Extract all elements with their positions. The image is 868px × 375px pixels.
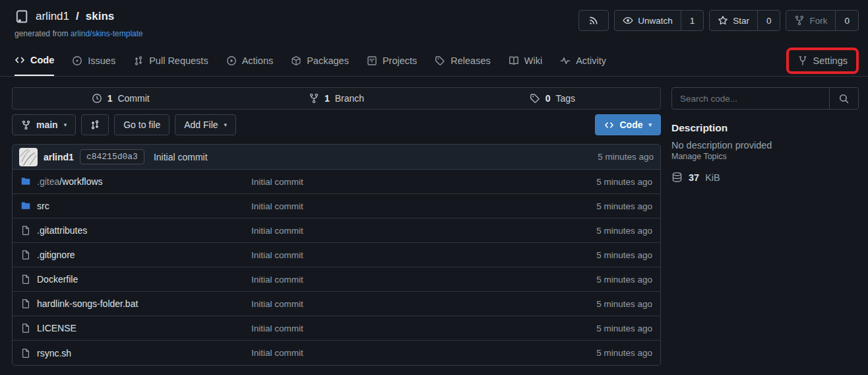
avatar[interactable]: [19, 148, 38, 166]
tab-activity[interactable]: Activity: [560, 45, 606, 76]
file-link[interactable]: .gitattributes: [37, 225, 87, 236]
repo-name-link[interactable]: skins: [86, 10, 114, 23]
folder-icon: [20, 201, 31, 211]
tab-code[interactable]: Code: [15, 45, 54, 76]
file-link[interactable]: hardlink-songs-folder.bat: [37, 298, 138, 309]
description-heading: Description: [671, 122, 859, 134]
branch-icon: [21, 120, 31, 130]
template-repo-link[interactable]: arlind/skins-template: [71, 29, 143, 38]
commit-author-link[interactable]: arlind1: [44, 152, 74, 162]
history-icon: [92, 93, 102, 104]
branches-label: Branch: [335, 93, 364, 104]
file-link[interactable]: Dockerfile: [37, 274, 78, 285]
watch-count[interactable]: 1: [681, 11, 704, 30]
rss-button[interactable]: [578, 10, 609, 31]
generated-from-label: generated from: [15, 29, 68, 38]
branches-stat[interactable]: 1 Branch: [228, 93, 444, 104]
file-link[interactable]: rsync.sh: [37, 348, 71, 358]
file-link[interactable]: .gitea/workflows: [37, 176, 103, 187]
code-download-button[interactable]: Code ▾: [595, 114, 661, 135]
file-link[interactable]: src: [37, 201, 49, 211]
repo-owner-link[interactable]: arlind1: [36, 10, 69, 23]
code-search-box: [671, 87, 859, 110]
fork-button-group: Fork 0: [786, 10, 859, 31]
generated-from: generated from arlind/skins-template: [15, 29, 143, 38]
file-commit-message[interactable]: Initial commit: [251, 324, 596, 333]
actions-icon: [226, 55, 237, 66]
file-name: hardlink-songs-folder.bat: [37, 298, 138, 309]
repo-action-buttons: Unwatch 1 Star 0 Fork 0: [578, 10, 859, 31]
package-icon: [291, 55, 301, 66]
search-input[interactable]: [672, 88, 829, 109]
go-to-file-button[interactable]: Go to file: [114, 114, 170, 135]
file-toolbar: main ▾ Go to file Add File ▾ Code ▾: [12, 114, 661, 135]
search-icon: [838, 93, 850, 104]
file-commit-time: 5 minutes ago: [596, 348, 652, 358]
file-commit-message[interactable]: Initial commit: [251, 299, 596, 309]
tab-projects[interactable]: Projects: [367, 45, 417, 76]
tab-actions[interactable]: Actions: [226, 45, 274, 76]
caret-down-icon: ▾: [64, 121, 67, 128]
file-commit-time: 5 minutes ago: [596, 201, 652, 211]
fork-button[interactable]: Fork: [786, 11, 835, 30]
tab-issues[interactable]: Issues: [72, 45, 115, 76]
file-commit-message[interactable]: Initial commit: [251, 348, 596, 358]
tab-packages[interactable]: Packages: [291, 45, 349, 76]
star-button[interactable]: Star: [710, 11, 757, 30]
code-icon: [15, 55, 25, 65]
repo-title: arlind1 / skins: [15, 9, 143, 24]
unwatch-button[interactable]: Unwatch: [615, 11, 681, 30]
file-row: .gitignore Initial commit 5 minutes ago: [13, 243, 660, 267]
fork-label: Fork: [809, 16, 827, 26]
repo-size: 37 KiB: [671, 172, 859, 183]
file-commit-message[interactable]: Initial commit: [251, 250, 596, 260]
file-link[interactable]: LICENSE: [37, 323, 77, 333]
file-icon: [20, 250, 31, 260]
commit-message-link[interactable]: Initial commit: [154, 152, 208, 162]
wiki-icon: [509, 55, 519, 66]
add-file-button[interactable]: Add File ▾: [175, 114, 236, 135]
file-commit-time: 5 minutes ago: [596, 324, 652, 333]
file-name: src: [37, 201, 49, 211]
add-file-label: Add File: [184, 119, 218, 130]
file-commit-time: 5 minutes ago: [596, 275, 652, 285]
repo-stats-bar: 1 Commit 1 Branch 0 Tags: [12, 87, 661, 110]
file-commit-message[interactable]: Initial commit: [251, 177, 596, 187]
tab-wiki[interactable]: Wiki: [509, 45, 542, 76]
activity-icon: [560, 55, 571, 66]
tab-pull-requests[interactable]: Pull Requests: [133, 45, 208, 76]
file-row: rsync.sh Initial commit 5 minutes ago: [13, 341, 660, 365]
tab-releases[interactable]: Releases: [435, 45, 490, 76]
projects-icon: [367, 55, 377, 66]
commits-label: Commit: [117, 93, 149, 104]
go-to-file-label: Go to file: [123, 119, 160, 130]
code-icon: [604, 120, 614, 130]
file-commit-message[interactable]: Initial commit: [251, 201, 596, 211]
commits-stat[interactable]: 1 Commit: [13, 93, 228, 104]
fork-icon: [794, 15, 805, 26]
file-icon: [20, 274, 31, 285]
compare-button[interactable]: [81, 114, 109, 135]
main-content: 1 Commit 1 Branch 0 Tags main ▾: [0, 77, 868, 366]
file-name: /workflows: [59, 176, 102, 187]
file-commit-message[interactable]: Initial commit: [251, 275, 596, 285]
file-commit-time: 5 minutes ago: [596, 250, 652, 260]
file-icon: [20, 298, 31, 309]
manage-topics-link[interactable]: Manage Topics: [671, 152, 727, 161]
star-count[interactable]: 0: [757, 11, 780, 30]
file-commit-message[interactable]: Initial commit: [251, 226, 596, 236]
search-button[interactable]: [829, 88, 858, 109]
file-table: arlind1 c84215d0a3 Initial commit 5 minu…: [12, 144, 661, 366]
unwatch-label: Unwatch: [638, 16, 673, 26]
file-row: .gitea/workflows Initial commit 5 minute…: [13, 170, 660, 194]
tab-pull-requests-label: Pull Requests: [149, 55, 208, 66]
branch-selector[interactable]: main ▾: [12, 114, 76, 135]
file-link[interactable]: .gitignore: [37, 250, 75, 260]
tab-settings[interactable]: Settings: [797, 55, 848, 66]
file-commit-time: 5 minutes ago: [596, 226, 652, 236]
file-row: LICENSE Initial commit 5 minutes ago: [13, 316, 660, 341]
fork-count[interactable]: 0: [835, 11, 858, 30]
rss-icon: [588, 15, 599, 26]
commit-sha-link[interactable]: c84215d0a3: [80, 149, 144, 164]
tags-stat[interactable]: 0 Tags: [445, 93, 660, 104]
